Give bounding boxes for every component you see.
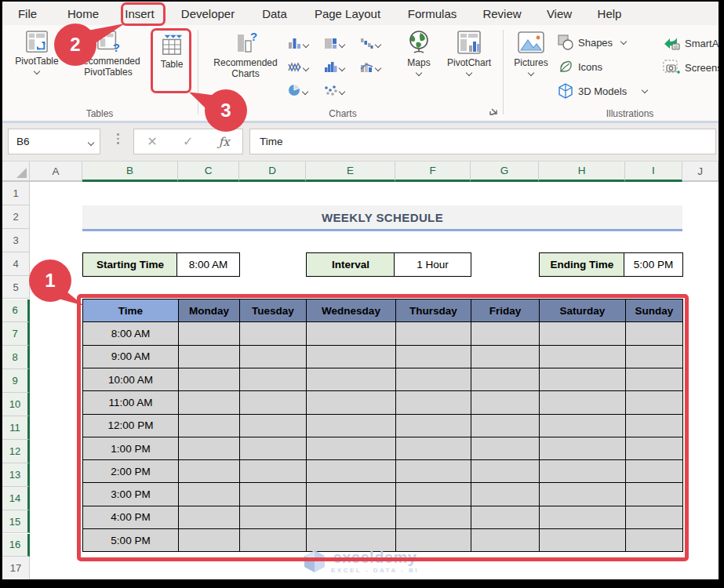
time-cell[interactable]: 5:00 PM bbox=[83, 529, 179, 552]
shapes-button[interactable]: Shapes bbox=[558, 34, 626, 50]
row-header-1[interactable]: 1 bbox=[2, 182, 30, 205]
time-cell[interactable]: 12:00 PM bbox=[83, 414, 179, 437]
schedule-cell[interactable] bbox=[307, 391, 396, 414]
charts-dialog-launcher-icon[interactable] bbox=[489, 106, 500, 117]
schedule-cell[interactable] bbox=[307, 483, 396, 506]
time-cell[interactable]: 4:00 PM bbox=[83, 506, 179, 528]
schedule-cell[interactable] bbox=[471, 391, 540, 414]
schedule-cell[interactable] bbox=[179, 460, 240, 483]
ending-time-value-cell[interactable]: 5:00 PM bbox=[624, 252, 683, 277]
row-header-7[interactable]: 7 bbox=[2, 322, 30, 346]
schedule-cell[interactable] bbox=[540, 460, 626, 483]
schedule-cell[interactable] bbox=[396, 506, 471, 528]
column-header-D[interactable]: D bbox=[239, 162, 306, 182]
row-header-10[interactable]: 10 bbox=[2, 393, 30, 416]
column-header-A[interactable]: A bbox=[30, 162, 82, 182]
tab-home[interactable]: Home bbox=[67, 2, 99, 25]
schedule-cell[interactable] bbox=[240, 414, 307, 437]
tab-data[interactable]: Data bbox=[262, 2, 287, 25]
tab-review[interactable]: Review bbox=[482, 2, 521, 25]
row-header-8[interactable]: 8 bbox=[2, 346, 30, 369]
tab-insert[interactable]: Insert bbox=[125, 2, 155, 25]
schedule-cell[interactable] bbox=[240, 345, 307, 368]
schedule-cell[interactable] bbox=[396, 322, 471, 345]
column-header-J[interactable]: J bbox=[682, 162, 719, 182]
pivottable-button[interactable]: PivotTable bbox=[12, 30, 62, 74]
schedule-header-friday[interactable]: Friday bbox=[471, 299, 540, 322]
schedule-cell[interactable] bbox=[179, 437, 240, 459]
column-header-I[interactable]: I bbox=[625, 162, 682, 182]
tab-file[interactable]: File bbox=[18, 2, 37, 25]
tab-view[interactable]: View bbox=[547, 2, 572, 25]
schedule-cell[interactable] bbox=[396, 483, 471, 506]
schedule-cell[interactable] bbox=[396, 437, 471, 459]
schedule-header-wednesday[interactable]: Wednesday bbox=[307, 299, 396, 322]
schedule-header-time[interactable]: Time bbox=[83, 299, 179, 322]
schedule-cell[interactable] bbox=[471, 368, 540, 390]
schedule-cell[interactable] bbox=[179, 391, 240, 414]
schedule-cell[interactable] bbox=[396, 391, 471, 414]
schedule-cell[interactable] bbox=[240, 322, 307, 345]
column-header-F[interactable]: F bbox=[395, 162, 471, 182]
schedule-cell[interactable] bbox=[626, 414, 683, 437]
schedule-cell[interactable] bbox=[240, 368, 307, 390]
schedule-cell[interactable] bbox=[626, 322, 683, 345]
schedule-cell[interactable] bbox=[540, 391, 626, 414]
time-cell[interactable]: 2:00 PM bbox=[83, 460, 179, 483]
schedule-cell[interactable] bbox=[307, 345, 396, 368]
schedule-cell[interactable] bbox=[540, 506, 626, 528]
pivotchart-button[interactable]: PivotChart bbox=[440, 30, 498, 75]
schedule-cell[interactable] bbox=[471, 345, 540, 368]
tab-page-layout[interactable]: Page Layout bbox=[315, 2, 380, 25]
row-header-4[interactable]: 4 bbox=[2, 252, 30, 276]
schedule-cell[interactable] bbox=[240, 437, 307, 459]
schedule-cell[interactable] bbox=[626, 391, 683, 414]
histogram-chart-icon[interactable] bbox=[324, 55, 360, 78]
schedule-cell[interactable] bbox=[396, 414, 471, 437]
pictures-button[interactable]: Pictures bbox=[508, 30, 554, 75]
tab-developer[interactable]: Developer bbox=[181, 2, 235, 25]
starting-time-label-cell[interactable]: Starting Time bbox=[82, 252, 178, 277]
tab-formulas[interactable]: Formulas bbox=[408, 2, 457, 25]
schedule-cell[interactable] bbox=[307, 506, 396, 528]
schedule-cell[interactable] bbox=[240, 529, 307, 552]
time-cell[interactable]: 8:00 AM bbox=[83, 322, 179, 345]
schedule-cell[interactable] bbox=[307, 414, 396, 437]
schedule-cell[interactable] bbox=[179, 506, 240, 528]
formula-input[interactable]: Time bbox=[249, 129, 716, 154]
time-cell[interactable]: 3:00 PM bbox=[83, 483, 179, 506]
row-header-5[interactable]: 5 bbox=[2, 276, 30, 299]
schedule-cell[interactable] bbox=[626, 368, 683, 390]
row-header-17[interactable]: 17 bbox=[2, 557, 30, 579]
row-header-2[interactable]: 2 bbox=[2, 205, 30, 229]
scatter-chart-icon[interactable] bbox=[324, 78, 360, 102]
time-cell[interactable]: 9:00 AM bbox=[83, 345, 179, 368]
schedule-cell[interactable] bbox=[540, 368, 626, 390]
row-header-14[interactable]: 14 bbox=[2, 487, 30, 510]
table-button[interactable]: Table bbox=[155, 33, 189, 70]
schedule-cell[interactable] bbox=[540, 414, 626, 437]
insert-function-icon[interactable]: ƒx bbox=[219, 135, 230, 149]
name-box[interactable]: B6 bbox=[8, 129, 100, 154]
row-header-13[interactable]: 13 bbox=[2, 463, 30, 487]
schedule-cell[interactable] bbox=[540, 437, 626, 459]
schedule-cell[interactable] bbox=[540, 322, 626, 345]
schedule-cell[interactable] bbox=[240, 483, 307, 506]
schedule-cell[interactable] bbox=[307, 460, 396, 483]
row-header-6[interactable]: 6 bbox=[2, 299, 30, 323]
schedule-cell[interactable] bbox=[396, 460, 471, 483]
screenshot-button[interactable]: Screenshot bbox=[663, 60, 719, 75]
column-header-C[interactable]: C bbox=[178, 162, 239, 182]
schedule-cell[interactable] bbox=[471, 414, 540, 437]
schedule-cell[interactable] bbox=[471, 437, 540, 459]
column-header-G[interactable]: G bbox=[471, 162, 539, 182]
column-header-B[interactable]: B bbox=[82, 162, 178, 182]
schedule-cell[interactable] bbox=[471, 506, 540, 528]
schedule-cell[interactable] bbox=[540, 483, 626, 506]
row-header-3[interactable]: 3 bbox=[2, 229, 30, 252]
smartart-button[interactable]: SmartArt bbox=[663, 36, 719, 50]
row-header-12[interactable]: 12 bbox=[2, 440, 30, 463]
starting-time-value-cell[interactable]: 8:00 AM bbox=[176, 252, 240, 277]
schedule-cell[interactable] bbox=[240, 391, 307, 414]
recommended-pivottables-button[interactable]: ? RecommendedPivotTables bbox=[65, 30, 151, 78]
